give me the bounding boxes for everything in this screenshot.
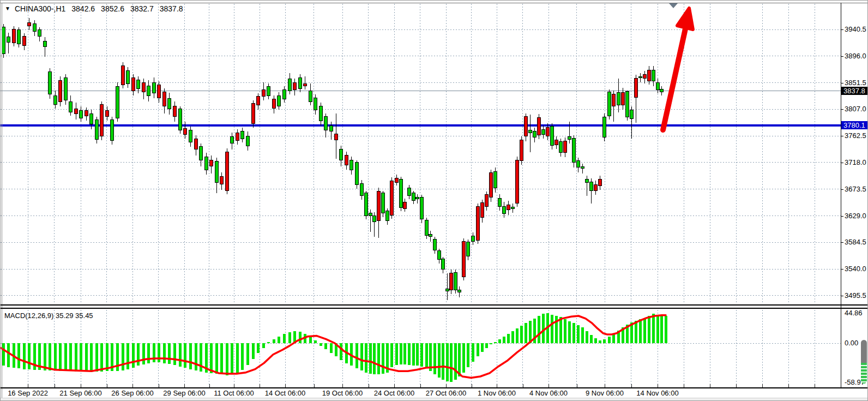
time-axis-tick (394, 384, 395, 387)
panel-separator-top (1, 304, 868, 306)
time-axis-tick (605, 384, 605, 387)
scrollbar-thumb-stripes (861, 363, 867, 384)
chart-shift-marker-icon[interactable] (669, 3, 678, 8)
price-axis-tick (841, 136, 843, 136)
time-axis-tick (472, 384, 472, 387)
time-axis-tick (107, 384, 107, 387)
price-axis-tick (841, 109, 843, 110)
symbol-period-label: CHINA300-,H1 (15, 4, 65, 13)
window-top-border (1, 3, 868, 3)
time-axis-label: 9 Nov 06:00 (586, 389, 624, 397)
hline-price-badge: 3780.1 (841, 121, 868, 129)
macd-layer (1, 313, 667, 382)
ohlc-high: 3852.6 (101, 4, 124, 13)
time-axis-tick (159, 384, 159, 387)
time-axis-tick (736, 384, 737, 387)
panel-separator-bottom[interactable] (1, 308, 868, 309)
window-bottom-strip (1, 398, 868, 401)
time-axis-tick (658, 384, 658, 387)
time-axis-tick (577, 384, 577, 387)
time-axis-tick (234, 384, 234, 387)
scrollbar-thumb-top (861, 340, 867, 363)
chart-window: ▼ CHINA300-,H1 3842.6 3852.6 3832.7 3837… (0, 0, 868, 401)
time-axis-tick (209, 384, 210, 387)
price-axis-label: 3540.0 (845, 265, 866, 273)
time-axis-label: 21 Sep 06:00 (59, 389, 101, 397)
window-left-border (2, 3, 2, 398)
price-axis-tick (841, 163, 843, 163)
time-axis-tick (446, 384, 447, 387)
time-axis-label: 29 Sep 06:00 (163, 389, 205, 397)
time-axis-tick (28, 384, 28, 387)
time-axis-tick (285, 384, 286, 387)
time-axis-label: 24 Oct 06:00 (374, 389, 414, 397)
price-axis-tick (841, 216, 843, 217)
ohlc-close: 3837.8 (160, 4, 183, 13)
symbol-dropdown-icon[interactable]: ▼ (5, 5, 10, 13)
time-axis-tick (631, 384, 632, 387)
price-axis-label: 3940.5 (845, 25, 866, 33)
page-scrollbar-thumb[interactable] (861, 340, 867, 384)
price-axis-label: 3629.0 (845, 212, 866, 220)
price-axis-label: 3807.0 (845, 105, 866, 113)
candles-layer (2, 18, 663, 301)
price-axis-tick (841, 296, 843, 296)
time-axis-tick (369, 384, 369, 387)
ohlc-low: 3832.7 (130, 4, 154, 13)
macd-indicator-label: MACD(12,26,9) 35.29 35.45 (4, 312, 93, 320)
time-axis-tick (132, 384, 133, 387)
time-axis-tick (260, 384, 260, 387)
time-axis-tick (762, 384, 763, 387)
time-axis-label: 26 Sep 06:00 (111, 389, 153, 397)
price-axis-label: 3718.0 (845, 158, 866, 166)
time-axis-tick (710, 384, 710, 387)
price-axis-tick (841, 83, 843, 83)
price-axis-tick (841, 269, 843, 270)
price-axis-tick (841, 242, 843, 243)
price-axis-label: 3584.5 (845, 238, 866, 246)
price-axis-tick (841, 56, 843, 57)
time-axis-tick (523, 384, 523, 387)
price-lines-layer (1, 91, 841, 127)
time-axis-label: 27 Oct 06:00 (426, 389, 466, 397)
time-axis-label: 14 Nov 06:00 (636, 389, 678, 397)
time-axis-tick (684, 384, 684, 387)
macd-axis-label-zero: 0.00 (845, 339, 858, 347)
price-axis-label: 3896.0 (845, 52, 866, 60)
price-axis-label: 3495.5 (845, 291, 866, 300)
grid-layer (1, 4, 841, 387)
time-axis-tick (815, 384, 815, 387)
time-axis-tick (342, 384, 343, 387)
time-axis-tick (548, 384, 549, 387)
price-axis-label: 3673.5 (845, 185, 866, 193)
time-axis-tick (184, 384, 185, 387)
time-axis-label: 1 Nov 06:00 (478, 389, 516, 397)
trend-arrow (663, 8, 693, 130)
price-axis-tick (841, 189, 843, 190)
macd-axis-label-max: 44.86 (845, 309, 863, 317)
time-axis-tick (420, 384, 421, 387)
price-axis-label: 3762.5 (845, 131, 866, 140)
time-axis-label: 4 Nov 06:00 (529, 389, 568, 397)
symbol-header: ▼ CHINA300-,H1 3842.6 3852.6 3832.7 3837… (5, 4, 183, 13)
time-axis-label: 11 Oct 06:00 (214, 389, 254, 397)
time-axis-tick (55, 384, 55, 387)
time-axis-tick (788, 384, 789, 387)
time-axis-label: 19 Oct 06:00 (322, 389, 363, 397)
time-axis-tick (497, 384, 497, 387)
price-axis-label: 3851.5 (845, 79, 866, 87)
time-axis-label: 14 Oct 06:00 (265, 389, 305, 397)
price-axis-tick (841, 29, 843, 30)
time-axis-tick (314, 384, 315, 387)
ohlc-open: 3842.6 (71, 4, 95, 13)
price-axis-border (841, 3, 841, 388)
time-axis-label: 16 Sep 2022 (8, 389, 48, 397)
chart-canvas[interactable] (1, 1, 868, 401)
time-axis-border (1, 387, 868, 388)
current-price-badge: 3837.8 (841, 87, 868, 95)
time-axis-tick (81, 384, 81, 387)
